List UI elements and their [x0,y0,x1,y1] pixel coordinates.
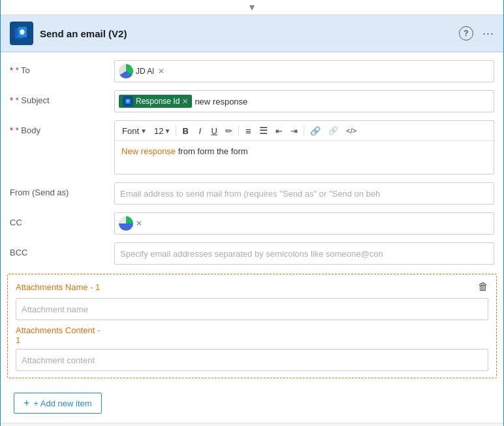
svg-rect-5 [127,101,129,102]
to-tag-text: JD Al [136,67,154,76]
numbered-list-button[interactable]: ☰ [256,123,271,138]
body-normal-text: from form the form [176,146,248,156]
attachments-name-label: Attachments Name - 1 [16,282,100,292]
body-toolbar: Font ▼ 12 ▼ B I U ✏ ≡ [115,121,494,141]
size-dropdown-arrow: ▼ [164,127,170,135]
header-right: ? ··· [459,26,494,41]
subject-chip-close[interactable]: ✕ [182,97,188,106]
attachments-header: Attachments Name - 1 🗑 [16,281,488,293]
outlook-icon [10,22,33,45]
subject-control: Response Id ✕ new response [114,90,494,112]
indent-more-button[interactable]: ⇥ [287,125,301,137]
font-selector[interactable]: Font ▼ [119,124,150,138]
to-row: * * To JD Al ✕ [1,56,503,86]
add-item-button[interactable]: + + Add new item [14,393,102,414]
bullet-list-button[interactable]: ≡ [242,124,255,138]
font-dropdown-arrow: ▼ [140,127,147,135]
highlight-button[interactable]: ✏ [222,125,236,137]
panel-header: Send an email (V2) ? ··· [1,15,503,52]
to-tag: JD Al [119,64,154,78]
body-label: * * Body [10,120,114,135]
toolbar-sep-1 [176,125,176,136]
collapse-chevron[interactable]: ▼ [1,0,503,15]
attachments-content-label: Attachments Content - 1 [16,325,488,345]
code-button[interactable]: </> [343,125,360,136]
to-required: * [10,65,16,75]
body-editor: Font ▼ 12 ▼ B I U ✏ ≡ [114,120,494,174]
from-label: From (Send as) [10,182,114,197]
italic-button[interactable]: I [193,125,206,137]
font-size: 12 [154,126,163,136]
subject-chip-icon [123,96,133,106]
body-content[interactable]: New response from form the form [115,141,494,174]
attachment-content-input[interactable]: Attachment content [16,349,488,371]
add-item-label: + Add new item [33,399,91,408]
unlink-button[interactable]: 🔗 [325,125,341,137]
form-body: * * To JD Al ✕ * * Subject [1,52,503,426]
bcc-row: BCC Specify email addresses separated by… [1,238,503,269]
to-label: * * To [10,60,114,75]
cc-label: CC [10,212,114,227]
attachment-name-input[interactable]: Attachment name [16,298,488,320]
add-item-plus: + [24,397,29,409]
panel-title: Send an email (V2) [40,28,127,39]
size-selector[interactable]: 12 ▼ [151,125,173,137]
subject-input[interactable]: Response Id ✕ new response [114,90,494,112]
add-item-wrap: + + Add new item [1,384,503,419]
more-button[interactable]: ··· [482,27,494,41]
indent-less-button[interactable]: ⇤ [272,125,286,137]
toolbar-sep-2 [238,125,239,136]
bcc-label: BCC [10,242,114,257]
to-control: JD Al ✕ [114,60,494,82]
from-row: From (Send as) Email address to send mai… [1,178,503,208]
cc-input[interactable]: ✕ [114,212,494,235]
svg-rect-6 [127,102,129,103]
cc-avatar [119,216,133,231]
body-row: * * Body Font ▼ 12 ▼ B [1,116,503,178]
send-email-panel: ▼ Send an email (V2) ? ··· * * To [0,0,504,426]
subject-chip-label: Response Id [136,97,180,106]
subject-text: new response [195,97,247,106]
underline-button[interactable]: U [208,125,221,137]
attachments-section: Attachments Name - 1 🗑 Attachment name A… [7,274,497,378]
bold-button[interactable]: B [179,125,192,137]
from-input[interactable]: Email address to send mail from (require… [114,182,494,205]
svg-point-2 [20,29,25,35]
body-orange-text: New response [121,146,176,156]
body-control: Font ▼ 12 ▼ B I U ✏ ≡ [114,120,494,174]
bottom-bar [1,423,503,426]
to-tag-close[interactable]: ✕ [158,67,165,76]
attachment-name-placeholder: Attachment name [22,304,88,314]
bcc-control: Specify email addresses separated by sem… [114,242,494,265]
link-button[interactable]: 🔗 [307,125,324,137]
from-placeholder: Email address to send mail from (require… [120,189,380,199]
cc-row: CC ✕ [1,208,503,238]
svg-rect-4 [127,100,129,101]
bcc-input[interactable]: Specify email addresses separated by sem… [114,242,494,265]
help-button[interactable]: ? [459,26,473,41]
delete-attachment-button[interactable]: 🗑 [478,281,488,293]
subject-chip: Response Id ✕ [119,95,192,108]
header-left: Send an email (V2) [10,22,127,45]
cc-control: ✕ [114,212,494,235]
attachment-content-placeholder: Attachment content [22,355,95,365]
to-input[interactable]: JD Al ✕ [114,60,494,82]
bcc-placeholder: Specify email addresses separated by sem… [120,249,383,259]
to-avatar [119,64,133,78]
subject-label: * * Subject [10,90,114,105]
toolbar-sep-3 [304,125,304,136]
from-control: Email address to send mail from (require… [114,182,494,205]
cc-tag-close[interactable]: ✕ [136,219,142,228]
font-label: Font [122,126,139,136]
subject-row: * * Subject Response Id ✕ new response [1,86,503,116]
